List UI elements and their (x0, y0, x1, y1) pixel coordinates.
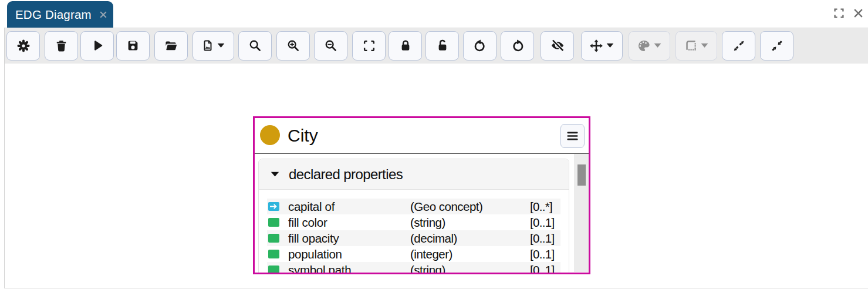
lock-icon (400, 39, 411, 52)
diagram-panel: City (4, 28, 868, 288)
property-cardinality: [0..1] (530, 262, 554, 274)
style-button (629, 31, 670, 61)
property-type: (string) (410, 262, 445, 274)
hamburger-icon (567, 132, 578, 140)
redo-icon (511, 39, 524, 52)
palette-icon (637, 39, 661, 52)
edg-diagram-window: EDG Diagram (0, 0, 868, 289)
arrows-move-icon (590, 39, 614, 52)
tab-title: EDG Diagram (15, 8, 92, 22)
property-name: fill opacity (288, 230, 339, 246)
fit-view-button[interactable] (352, 31, 386, 61)
property-type: (string) (410, 214, 445, 230)
property-row[interactable]: symbol path(string)[0..1] (267, 262, 560, 274)
unlock-button[interactable] (425, 31, 459, 61)
declared-properties-section: declared properties capital of(Geo conce… (258, 159, 569, 274)
datatype-property-icon (268, 250, 279, 258)
node-header: City (255, 118, 589, 154)
property-cardinality: [0..1] (530, 246, 554, 262)
property-type: (integer) (410, 246, 452, 262)
datatype-property-icon (268, 218, 279, 227)
floppy-icon (127, 39, 139, 52)
run-layout-button[interactable] (80, 31, 114, 61)
play-icon (90, 39, 104, 52)
node-menu-button[interactable] (560, 124, 585, 148)
arrows-expand-icon (733, 40, 745, 52)
lock-button[interactable] (389, 31, 422, 61)
tab-close-icon[interactable] (99, 11, 107, 19)
search-button[interactable] (238, 31, 272, 61)
move-button[interactable] (581, 31, 623, 61)
object-property-icon (268, 202, 279, 211)
class-circle-icon (260, 125, 280, 145)
datatype-property-icon (268, 266, 279, 274)
node-scrollbar[interactable] (574, 154, 589, 272)
zoom-in-button[interactable] (276, 31, 310, 61)
folder-open-icon (164, 39, 178, 52)
border-style-icon (685, 39, 708, 52)
property-type: (Geo concept) (410, 199, 482, 214)
zoom-out-button[interactable] (314, 31, 347, 61)
fullscreen-icon[interactable] (834, 8, 844, 18)
close-icon[interactable] (853, 8, 863, 18)
property-row[interactable]: capital of(Geo concept)[0..*] (267, 199, 560, 214)
gear-icon (17, 39, 30, 52)
open-button[interactable] (154, 31, 188, 61)
property-cardinality: [0..*] (530, 199, 552, 214)
scrollbar-thumb[interactable] (577, 164, 586, 186)
property-table: capital of(Geo concept)[0..*] fill color… (259, 190, 569, 274)
undo-icon (474, 39, 487, 52)
toolbar (5, 28, 868, 63)
property-row[interactable]: fill opacity(decimal)[0..1] (267, 230, 560, 246)
diagram-canvas[interactable]: City (5, 63, 868, 287)
arrows-contract-icon (771, 40, 783, 52)
property-cardinality: [0..1] (530, 214, 554, 230)
property-cardinality: [0..1] (530, 230, 554, 246)
zoom-in-icon (287, 39, 299, 52)
file-image-icon (202, 39, 225, 52)
collapse-all-button[interactable] (760, 31, 793, 61)
tab-edg-diagram[interactable]: EDG Diagram (7, 1, 113, 28)
caret-down-icon (271, 172, 279, 177)
export-image-button[interactable] (192, 31, 234, 61)
datatype-property-icon (268, 234, 279, 243)
border-style-button (676, 31, 717, 61)
eye-slash-icon (550, 39, 565, 52)
search-icon (249, 39, 261, 52)
node-body: declared properties capital of(Geo conce… (255, 154, 589, 272)
property-name: symbol path (288, 262, 351, 274)
property-type: (decimal) (410, 230, 457, 246)
window-controls (834, 8, 863, 18)
undo-button[interactable] (463, 31, 497, 61)
property-row[interactable]: fill color(string)[0..1] (267, 214, 560, 230)
settings-button[interactable] (6, 31, 40, 61)
fullscreen-icon (363, 40, 375, 52)
property-row[interactable]: population(integer)[0..1] (267, 246, 560, 262)
delete-button[interactable] (45, 31, 78, 61)
property-name: population (288, 246, 342, 262)
section-label: declared properties (289, 166, 403, 183)
save-button[interactable] (116, 31, 150, 61)
hide-button[interactable] (541, 31, 574, 61)
property-name: fill color (288, 214, 327, 230)
zoom-out-icon (325, 39, 337, 52)
expand-all-button[interactable] (722, 31, 755, 61)
node-city[interactable]: City (253, 116, 590, 274)
unlock-icon (437, 39, 448, 52)
node-title: City (288, 118, 318, 153)
section-header[interactable]: declared properties (259, 159, 569, 190)
property-name: capital of (288, 199, 335, 214)
redo-button[interactable] (501, 31, 534, 61)
trash-icon (55, 39, 67, 52)
